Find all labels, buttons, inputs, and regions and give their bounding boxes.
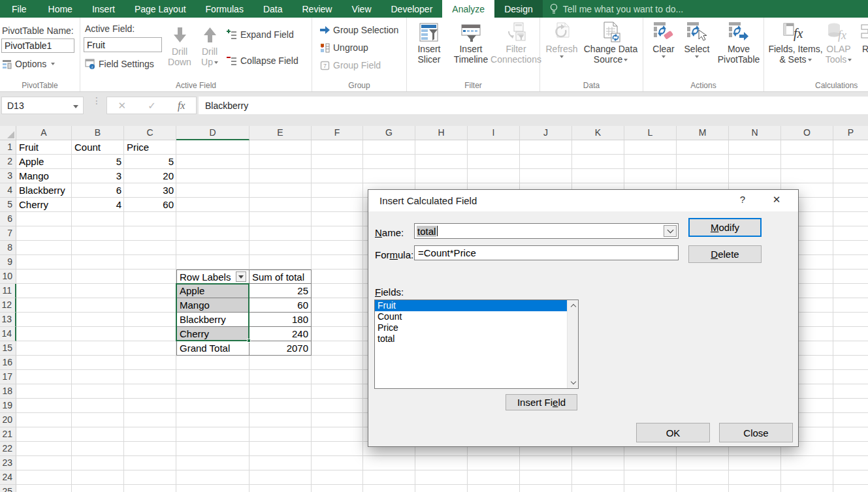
tab-analyze[interactable]: Analyze (442, 0, 494, 18)
collapse-field-button[interactable]: Collapse Field (227, 55, 298, 66)
clear-button[interactable]: Clear (649, 20, 679, 58)
cell-A5[interactable]: Cherry (16, 198, 72, 212)
field-settings-button[interactable]: i Field Settings (85, 59, 154, 69)
scroll-up-icon[interactable] (568, 300, 579, 311)
column-header-N[interactable]: N (729, 126, 781, 140)
cell-B5[interactable]: 4 (72, 198, 124, 212)
pivot-cell-D15[interactable]: Grand Total (176, 341, 249, 356)
row-header-5[interactable]: 5 (0, 198, 16, 212)
pivot-cell-E11[interactable]: 25 (249, 284, 312, 298)
change-data-source-button[interactable]: Change Data Source (581, 20, 641, 65)
cell-C2[interactable]: 5 (124, 155, 176, 169)
pivot-cell-D10[interactable]: Row Labels (176, 269, 249, 284)
pivot-cell-D14[interactable]: Cherry (176, 327, 249, 341)
delete-button[interactable]: Delete (688, 245, 762, 263)
column-header-J[interactable]: J (520, 126, 572, 140)
field-option-fruit[interactable]: Fruit (375, 300, 567, 311)
combo-dropdown-button[interactable] (664, 225, 677, 237)
pivot-cell-E12[interactable]: 60 (249, 298, 312, 313)
column-header-I[interactable]: I (468, 126, 520, 140)
row-header-20[interactable]: 20 (0, 413, 16, 427)
insert-field-button[interactable]: Insert Field (506, 394, 577, 410)
row-header-25[interactable]: 25 (0, 485, 16, 492)
pivot-cell-D13[interactable]: Blackberry (176, 313, 249, 327)
row-header-24[interactable]: 24 (0, 470, 16, 485)
name-box-dropdown-icon[interactable] (73, 105, 78, 108)
row-header-13[interactable]: 13 (0, 313, 16, 327)
drill-up-button[interactable]: Drill Up (197, 23, 222, 67)
pivot-cell-D12[interactable]: Mango (176, 298, 249, 313)
select-all-button[interactable] (0, 126, 16, 140)
fields-items-sets-button[interactable]: fx Fields, Items, & Sets (767, 20, 824, 65)
close-icon[interactable]: ✕ (768, 194, 785, 208)
cell-B4[interactable]: 6 (72, 183, 124, 198)
expand-field-button[interactable]: Expand Field (227, 29, 294, 40)
cell-A4[interactable]: Blackberry (16, 183, 72, 198)
cell-C3[interactable]: 20 (124, 169, 176, 183)
group-field-button[interactable]: 7 Group Field (320, 60, 381, 70)
cell-A3[interactable]: Mango (16, 169, 72, 183)
row-header-6[interactable]: 6 (0, 212, 16, 226)
tab-home[interactable]: Home (39, 0, 82, 18)
tell-me-box[interactable]: Tell me what you want to do... (549, 0, 683, 18)
drill-down-button[interactable]: Drill Down (167, 23, 192, 67)
olap-tools-button[interactable]: fx OLAP Tools (824, 20, 854, 65)
row-header-1[interactable]: 1 (0, 140, 16, 155)
calc-field-name-combo[interactable]: total (414, 223, 679, 239)
filter-connections-button[interactable]: Filter Connections (493, 20, 539, 65)
row-header-14[interactable]: 14 (0, 327, 16, 341)
column-header-A[interactable]: A (16, 126, 72, 140)
cell-C5[interactable]: 60 (124, 198, 176, 212)
ok-button[interactable]: OK (636, 423, 710, 442)
formula-input[interactable]: Blackberry (199, 97, 868, 114)
column-header-K[interactable]: K (572, 126, 624, 140)
group-selection-button[interactable]: Group Selection (320, 25, 398, 35)
fields-listbox[interactable]: FruitCountPricetotal (374, 300, 579, 389)
row-header-9[interactable]: 9 (0, 255, 16, 269)
dialog-title-bar[interactable]: Insert Calculated Field ? ✕ (368, 190, 798, 211)
move-pivottable-button[interactable]: Move PivotTable (715, 20, 762, 65)
tab-file[interactable]: File (0, 0, 39, 18)
tab-design[interactable]: Design (494, 0, 543, 18)
close-button[interactable]: Close (719, 423, 793, 442)
pivot-cell-D11[interactable]: Apple (176, 284, 249, 298)
tab-page-layout[interactable]: Page Layout (125, 0, 196, 18)
cell-B2[interactable]: 5 (72, 155, 124, 169)
row-header-21[interactable]: 21 (0, 427, 16, 442)
select-button[interactable]: Select (681, 20, 713, 58)
column-header-P[interactable]: P (833, 126, 868, 140)
column-header-D[interactable]: D (176, 126, 249, 140)
modify-button[interactable]: Modify (688, 218, 762, 237)
refresh-button[interactable]: Refresh (543, 20, 581, 58)
row-header-3[interactable]: 3 (0, 169, 16, 183)
row-header-22[interactable]: 22 (0, 442, 16, 456)
row-header-7[interactable]: 7 (0, 226, 16, 241)
row-header-12[interactable]: 12 (0, 298, 16, 313)
insert-slicer-button[interactable]: Insert Slicer (410, 20, 449, 65)
cell-A2[interactable]: Apple (16, 155, 72, 169)
row-header-18[interactable]: 18 (0, 384, 16, 399)
field-option-price[interactable]: Price (375, 322, 567, 333)
field-option-total[interactable]: total (375, 333, 567, 345)
name-box[interactable]: D13 (1, 97, 84, 114)
row-header-23[interactable]: 23 (0, 456, 16, 470)
field-option-count[interactable]: Count (375, 311, 567, 322)
tab-insert[interactable]: Insert (82, 0, 125, 18)
pivot-cell-E13[interactable]: 180 (249, 313, 312, 327)
ungroup-button[interactable]: 2 Ungroup (320, 42, 368, 53)
cancel-entry-icon[interactable]: ✕ (118, 100, 127, 112)
row-header-15[interactable]: 15 (0, 341, 16, 356)
row-header-4[interactable]: 4 (0, 183, 16, 198)
formula-bar-handle[interactable]: ⋮ (92, 98, 101, 103)
row-header-16[interactable]: 16 (0, 356, 16, 370)
pivot-cell-E14[interactable]: 240 (249, 327, 312, 341)
pivot-cell-E15[interactable]: 2070 (249, 341, 312, 356)
column-header-B[interactable]: B (72, 126, 124, 140)
cell-A1[interactable]: Fruit (16, 140, 72, 155)
column-header-C[interactable]: C (124, 126, 176, 140)
column-header-G[interactable]: G (363, 126, 415, 140)
listbox-scrollbar[interactable] (567, 300, 578, 388)
row-header-2[interactable]: 2 (0, 155, 16, 169)
tab-formulas[interactable]: Formulas (196, 0, 253, 18)
row-header-11[interactable]: 11 (0, 284, 16, 298)
